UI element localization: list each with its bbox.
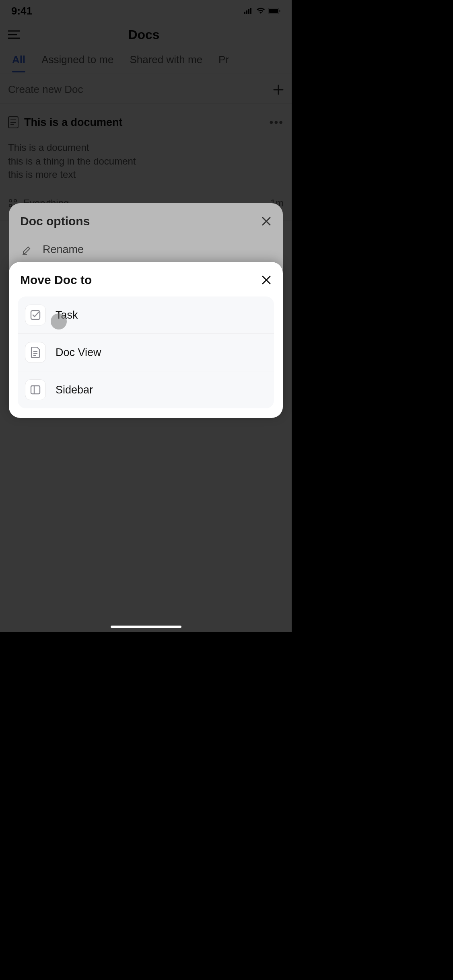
close-icon[interactable]: [261, 275, 272, 285]
close-icon[interactable]: [261, 216, 272, 226]
move-doc-title: Move Doc to: [20, 273, 92, 287]
move-options-list: Task Doc View Sidebar: [18, 296, 274, 408]
doc-option-rename[interactable]: Rename: [9, 235, 283, 264]
sidebar-panel-icon: [25, 379, 46, 400]
home-indicator: [111, 626, 181, 628]
move-option-sidebar[interactable]: Sidebar: [18, 371, 274, 408]
doc-option-label: Rename: [43, 243, 84, 256]
move-option-doc-view[interactable]: Doc View: [18, 334, 274, 371]
doc-options-title: Doc options: [20, 214, 90, 228]
pencil-icon: [21, 245, 33, 255]
task-check-icon: [25, 305, 46, 325]
move-option-label: Sidebar: [56, 384, 93, 396]
move-doc-sheet: Move Doc to Task Doc View: [9, 262, 283, 418]
move-option-task[interactable]: Task: [18, 296, 274, 334]
svg-rect-29: [31, 386, 40, 394]
doc-view-icon: [25, 342, 46, 363]
move-option-label: Doc View: [56, 346, 101, 359]
touch-indicator: [51, 313, 67, 329]
